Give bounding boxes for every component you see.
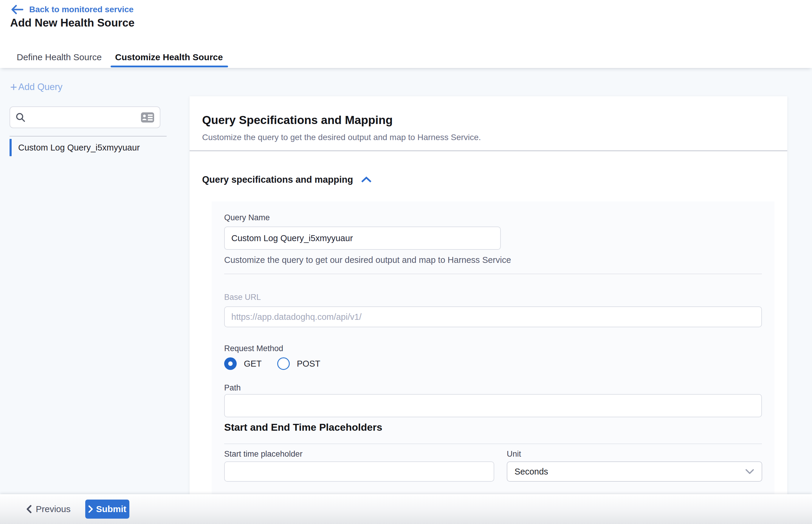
add-query-button[interactable]: + Add Query [10,81,63,93]
unit-label: Unit [507,449,521,459]
unit-select[interactable]: Seconds [507,461,762,482]
submit-button[interactable]: Submit [85,500,129,519]
radio-get-label: GET [244,359,262,369]
section-heading: Query specifications and mapping [202,174,353,185]
query-item-label: Custom Log Query_i5xmyyuaur [18,143,140,153]
chevron-up-icon[interactable] [361,176,372,183]
unit-select-value: Seconds [515,467,548,477]
tab-define-label: Define Health Source [17,52,102,62]
sidebar-divider [10,136,167,136]
submit-button-label: Submit [96,504,126,514]
back-link[interactable]: Back to monitored service [11,5,133,14]
plus-icon: + [10,81,17,93]
query-name-help-text: Customize the query to get our desired o… [224,255,511,265]
query-name-input[interactable] [224,227,501,250]
add-query-label: Add Query [18,82,62,93]
back-arrow-icon [11,5,23,14]
previous-button[interactable]: Previous [26,504,71,514]
path-input[interactable] [224,394,762,417]
placeholders-heading: Start and End Time Placeholders [224,422,382,433]
placeholders-divider [224,443,762,444]
tab-bar: Define Health Source Customize Health So… [0,46,812,68]
query-name-label: Query Name [224,213,270,222]
radio-post[interactable] [277,357,290,370]
app-root: Back to monitored service Add New Health… [0,0,812,524]
back-link-label: Back to monitored service [29,5,133,14]
start-time-input[interactable] [224,461,494,482]
card-view-icon[interactable] [141,112,155,123]
path-label: Path [224,383,241,393]
search-icon [16,112,26,122]
tab-customize-health-source[interactable]: Customize Health Source [115,46,223,68]
request-method-label: Request Method [224,344,283,353]
field-divider [224,274,762,274]
radio-post-label: POST [297,359,321,369]
chevron-left-icon [26,505,32,513]
chevron-right-icon [88,505,93,513]
panel-title: Query Specifications and Mapping [202,114,393,127]
chevron-down-icon [745,469,754,474]
radio-get[interactable] [224,357,237,370]
panel-subtitle: Customize the query to get the desired o… [202,133,481,142]
base-url-label: Base URL [224,293,261,302]
page-header: Back to monitored service Add New Health… [0,0,812,46]
tab-customize-label: Customize Health Source [115,52,223,62]
query-search-box [10,107,160,128]
page-title: Add New Health Source [10,17,134,29]
section-header: Query specifications and mapping [202,174,372,185]
query-spec-panel: Query Specifications and Mapping Customi… [190,96,787,494]
search-input[interactable] [30,113,141,122]
query-mapping-card: Query Name Customize the query to get ou… [212,201,775,494]
previous-button-label: Previous [36,504,71,514]
footer-bar: Previous Submit [0,494,812,524]
base-url-input[interactable] [224,307,762,327]
panel-divider [190,150,787,151]
start-time-label: Start time placeholder [224,449,303,459]
tab-define-health-source[interactable]: Define Health Source [17,46,102,68]
selected-indicator [10,139,12,156]
query-list-item[interactable]: Custom Log Query_i5xmyyuaur [10,139,167,156]
request-method-radio-group: GET POST [224,357,329,370]
active-tab-indicator [111,66,228,67]
